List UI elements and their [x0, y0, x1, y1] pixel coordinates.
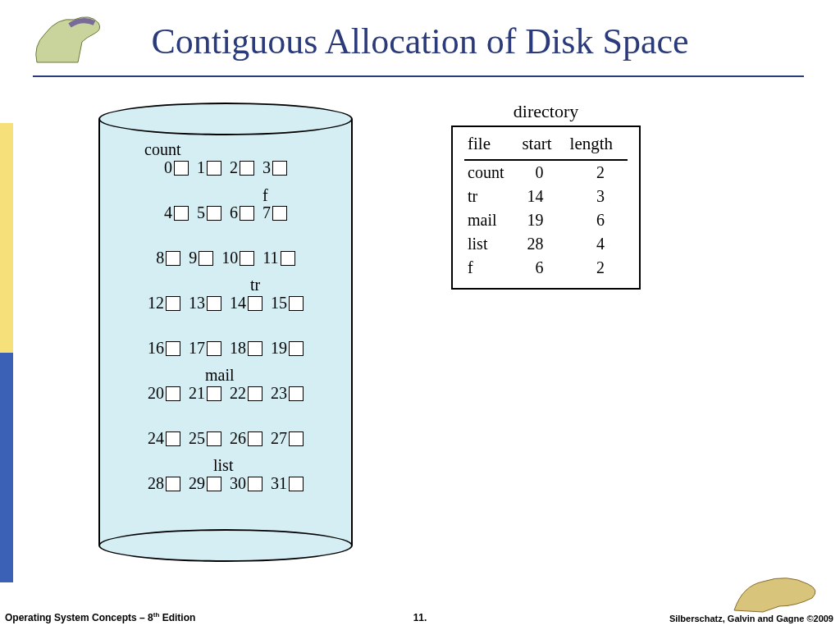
directory-table: directory file start length count02 tr14…	[451, 101, 641, 290]
table-row: mail196	[464, 208, 628, 232]
table-row: tr143	[464, 185, 628, 208]
figure: count 0 1 2 3 f 4 5 6 7 8 9 10 11	[98, 103, 771, 578]
footer-left: Operating System Concepts – 8th Edition	[5, 611, 195, 623]
dinosaur-icon	[730, 561, 829, 619]
directory-title: directory	[451, 101, 641, 122]
label-f: f	[262, 186, 268, 205]
page-title: Contiguous Allocation of Disk Space	[0, 21, 840, 62]
sidebar-accent	[0, 123, 13, 582]
footer-right: Silberschatz, Galvin and Gagne ©2009	[669, 614, 833, 623]
footer: Operating System Concepts – 8th Edition …	[0, 612, 840, 623]
table-row: f62	[464, 256, 628, 280]
th-file: file	[464, 132, 518, 160]
table-row: count02	[464, 160, 628, 185]
label-tr: tr	[250, 276, 260, 294]
label-mail: mail	[205, 366, 235, 385]
label-count: count	[144, 140, 180, 159]
table-row: list284	[464, 232, 628, 256]
title-rule	[33, 75, 804, 77]
label-list: list	[213, 456, 233, 475]
th-length: length	[567, 132, 628, 160]
disk-blocks: count 0 1 2 3 f 4 5 6 7 8 9 10 11	[98, 158, 353, 519]
th-start: start	[518, 132, 566, 160]
disk-cylinder: count 0 1 2 3 f 4 5 6 7 8 9 10 11	[98, 103, 353, 562]
